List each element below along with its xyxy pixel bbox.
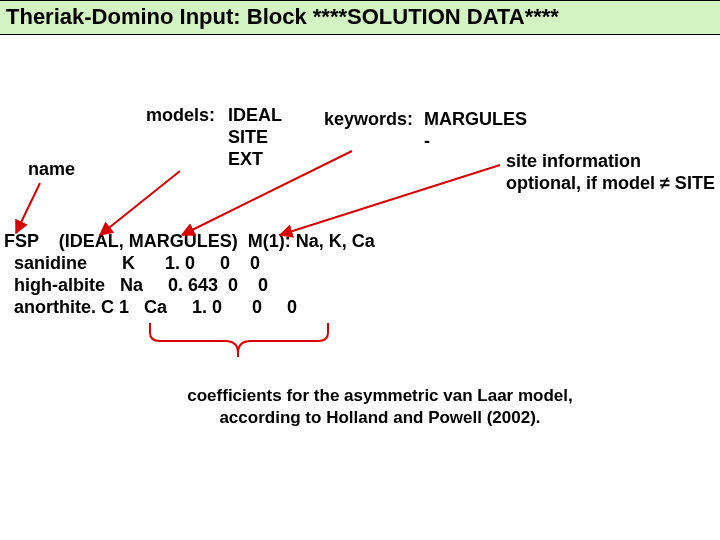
arrow-siteinfo [280, 165, 500, 235]
arrow-models [100, 171, 180, 235]
name-label: name [28, 159, 75, 180]
brace-icon [150, 323, 328, 353]
keyword-margules: MARGULES [424, 109, 527, 130]
arrow-name [16, 183, 40, 233]
model-ext: EXT [228, 149, 263, 170]
block-line2: sanidine K 1. 0 0 0 [4, 253, 260, 274]
models-header: models: [146, 105, 215, 126]
caption-line2: according to Holland and Powell (2002). [219, 408, 540, 427]
model-ideal: IDEAL [228, 105, 282, 126]
model-site: SITE [228, 127, 268, 148]
page-title: Theriak-Domino Input: Block ****SOLUTION… [0, 0, 720, 35]
keyword-dash: - [424, 131, 430, 152]
diagram-canvas: models: IDEAL SITE EXT keywords: MARGULE… [0, 35, 720, 540]
siteinfo-line1: site information [506, 151, 641, 172]
arrow-keywords [182, 151, 352, 235]
keywords-header: keywords: [324, 109, 413, 130]
caption-line1: coefficients for the asymmetric van Laar… [187, 386, 572, 405]
block-line1: FSP (IDEAL, MARGULES) M(1): Na, K, Ca [4, 231, 375, 252]
caption: coefficients for the asymmetric van Laar… [100, 385, 660, 429]
siteinfo-line2: optional, if model ≠ SITE [506, 173, 715, 194]
block-line3: high-albite Na 0. 643 0 0 [4, 275, 268, 296]
block-line4: anorthite. C 1 Ca 1. 0 0 0 [4, 297, 297, 318]
